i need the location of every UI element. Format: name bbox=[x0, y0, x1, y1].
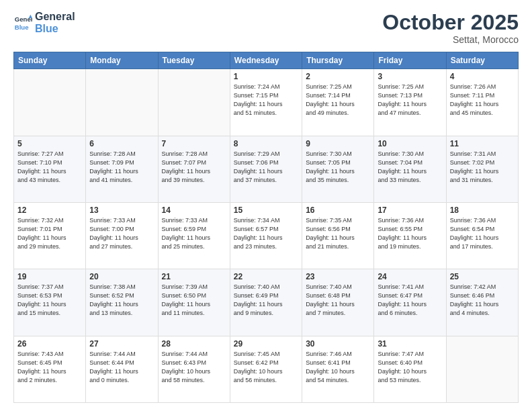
month-title: October 2025 bbox=[382, 11, 519, 34]
day-number: 16 bbox=[306, 205, 370, 215]
col-header-sunday: Sunday bbox=[14, 52, 86, 69]
calendar-cell: 1Sunrise: 7:24 AMSunset: 7:15 PMDaylight… bbox=[230, 69, 302, 136]
day-number: 13 bbox=[89, 205, 154, 215]
cell-details: Sunrise: 7:40 AMSunset: 6:49 PMDaylight:… bbox=[234, 283, 298, 318]
calendar-cell: 16Sunrise: 7:35 AMSunset: 6:56 PMDayligh… bbox=[302, 202, 374, 269]
day-number: 20 bbox=[89, 272, 154, 281]
logo-blue: Blue bbox=[35, 23, 75, 35]
day-number: 7 bbox=[162, 139, 226, 148]
cell-details: Sunrise: 7:43 AMSunset: 6:45 PMDaylight:… bbox=[17, 350, 82, 385]
location-subtitle: Settat, Morocco bbox=[382, 34, 519, 45]
calendar-cell bbox=[14, 69, 86, 136]
day-number: 9 bbox=[306, 139, 370, 148]
cell-details: Sunrise: 7:28 AMSunset: 7:09 PMDaylight:… bbox=[89, 150, 154, 185]
day-number: 8 bbox=[234, 139, 298, 148]
header: General Blue General Blue October 2025 S… bbox=[13, 11, 519, 45]
day-number: 25 bbox=[450, 272, 515, 281]
cell-details: Sunrise: 7:30 AMSunset: 7:04 PMDaylight:… bbox=[378, 150, 442, 185]
calendar-cell: 3Sunrise: 7:25 AMSunset: 7:13 PMDaylight… bbox=[374, 69, 446, 136]
page: General Blue General Blue October 2025 S… bbox=[0, 0, 532, 411]
cell-details: Sunrise: 7:26 AMSunset: 7:11 PMDaylight:… bbox=[450, 83, 515, 118]
cell-details: Sunrise: 7:41 AMSunset: 6:47 PMDaylight:… bbox=[378, 283, 442, 318]
cell-details: Sunrise: 7:39 AMSunset: 6:50 PMDaylight:… bbox=[162, 283, 226, 318]
cell-details: Sunrise: 7:32 AMSunset: 7:01 PMDaylight:… bbox=[17, 216, 82, 251]
day-number: 4 bbox=[450, 72, 515, 81]
day-number: 3 bbox=[378, 72, 442, 81]
calendar-cell bbox=[446, 336, 518, 402]
day-number: 1 bbox=[234, 72, 298, 81]
calendar-cell: 5Sunrise: 7:27 AMSunset: 7:10 PMDaylight… bbox=[14, 136, 86, 202]
cell-details: Sunrise: 7:42 AMSunset: 6:46 PMDaylight:… bbox=[450, 283, 515, 318]
calendar-cell: 23Sunrise: 7:40 AMSunset: 6:48 PMDayligh… bbox=[302, 269, 374, 336]
calendar-cell: 14Sunrise: 7:33 AMSunset: 6:59 PMDayligh… bbox=[158, 202, 230, 269]
calendar-cell bbox=[158, 69, 230, 136]
cell-details: Sunrise: 7:36 AMSunset: 6:55 PMDaylight:… bbox=[378, 216, 442, 251]
cell-details: Sunrise: 7:27 AMSunset: 7:10 PMDaylight:… bbox=[17, 150, 82, 185]
cell-details: Sunrise: 7:47 AMSunset: 6:40 PMDaylight:… bbox=[378, 350, 442, 385]
calendar-cell: 24Sunrise: 7:41 AMSunset: 6:47 PMDayligh… bbox=[374, 269, 446, 336]
day-number: 2 bbox=[306, 72, 370, 81]
calendar-cell: 25Sunrise: 7:42 AMSunset: 6:46 PMDayligh… bbox=[446, 269, 518, 336]
calendar-cell: 28Sunrise: 7:44 AMSunset: 6:43 PMDayligh… bbox=[158, 336, 230, 402]
day-number: 18 bbox=[450, 205, 515, 215]
calendar-cell: 4Sunrise: 7:26 AMSunset: 7:11 PMDaylight… bbox=[446, 69, 518, 136]
calendar-cell: 10Sunrise: 7:30 AMSunset: 7:04 PMDayligh… bbox=[374, 136, 446, 202]
day-number: 28 bbox=[162, 339, 226, 349]
calendar-cell: 6Sunrise: 7:28 AMSunset: 7:09 PMDaylight… bbox=[86, 136, 158, 202]
calendar-cell: 17Sunrise: 7:36 AMSunset: 6:55 PMDayligh… bbox=[374, 202, 446, 269]
cell-details: Sunrise: 7:46 AMSunset: 6:41 PMDaylight:… bbox=[306, 350, 370, 385]
calendar-cell: 27Sunrise: 7:44 AMSunset: 6:44 PMDayligh… bbox=[86, 336, 158, 402]
col-header-wednesday: Wednesday bbox=[230, 52, 302, 69]
day-number: 6 bbox=[89, 139, 154, 148]
col-header-friday: Friday bbox=[374, 52, 446, 69]
day-number: 31 bbox=[378, 339, 442, 349]
calendar-cell: 7Sunrise: 7:28 AMSunset: 7:07 PMDaylight… bbox=[158, 136, 230, 202]
week-row-1: 1Sunrise: 7:24 AMSunset: 7:15 PMDaylight… bbox=[14, 69, 519, 136]
cell-details: Sunrise: 7:36 AMSunset: 6:54 PMDaylight:… bbox=[450, 216, 515, 251]
calendar-cell: 19Sunrise: 7:37 AMSunset: 6:53 PMDayligh… bbox=[14, 269, 86, 336]
week-row-3: 12Sunrise: 7:32 AMSunset: 7:01 PMDayligh… bbox=[14, 202, 519, 269]
col-header-monday: Monday bbox=[86, 52, 158, 69]
calendar-cell: 22Sunrise: 7:40 AMSunset: 6:49 PMDayligh… bbox=[230, 269, 302, 336]
day-number: 29 bbox=[234, 339, 298, 349]
col-header-saturday: Saturday bbox=[446, 52, 518, 69]
day-number: 21 bbox=[162, 272, 226, 281]
header-row: SundayMondayTuesdayWednesdayThursdayFrid… bbox=[14, 52, 519, 69]
title-block: October 2025 Settat, Morocco bbox=[382, 11, 519, 45]
calendar-cell: 31Sunrise: 7:47 AMSunset: 6:40 PMDayligh… bbox=[374, 336, 446, 402]
svg-text:Blue: Blue bbox=[15, 24, 29, 31]
calendar-cell: 18Sunrise: 7:36 AMSunset: 6:54 PMDayligh… bbox=[446, 202, 518, 269]
logo-general: General bbox=[35, 11, 75, 23]
day-number: 12 bbox=[17, 205, 82, 215]
cell-details: Sunrise: 7:29 AMSunset: 7:06 PMDaylight:… bbox=[234, 150, 298, 185]
day-number: 23 bbox=[306, 272, 370, 281]
cell-details: Sunrise: 7:31 AMSunset: 7:02 PMDaylight:… bbox=[450, 150, 515, 185]
calendar-cell: 20Sunrise: 7:38 AMSunset: 6:52 PMDayligh… bbox=[86, 269, 158, 336]
cell-details: Sunrise: 7:25 AMSunset: 7:14 PMDaylight:… bbox=[306, 83, 370, 118]
calendar-cell: 12Sunrise: 7:32 AMSunset: 7:01 PMDayligh… bbox=[14, 202, 86, 269]
calendar-cell: 8Sunrise: 7:29 AMSunset: 7:06 PMDaylight… bbox=[230, 136, 302, 202]
day-number: 22 bbox=[234, 272, 298, 281]
cell-details: Sunrise: 7:44 AMSunset: 6:43 PMDaylight:… bbox=[162, 350, 226, 385]
cell-details: Sunrise: 7:40 AMSunset: 6:48 PMDaylight:… bbox=[306, 283, 370, 318]
col-header-thursday: Thursday bbox=[302, 52, 374, 69]
calendar-cell: 15Sunrise: 7:34 AMSunset: 6:57 PMDayligh… bbox=[230, 202, 302, 269]
logo: General Blue General Blue bbox=[13, 11, 75, 36]
day-number: 30 bbox=[306, 339, 370, 349]
week-row-4: 19Sunrise: 7:37 AMSunset: 6:53 PMDayligh… bbox=[14, 269, 519, 336]
calendar-cell: 29Sunrise: 7:45 AMSunset: 6:42 PMDayligh… bbox=[230, 336, 302, 402]
calendar-table: SundayMondayTuesdayWednesdayThursdayFrid… bbox=[13, 52, 519, 403]
calendar-cell bbox=[86, 69, 158, 136]
calendar-cell: 11Sunrise: 7:31 AMSunset: 7:02 PMDayligh… bbox=[446, 136, 518, 202]
cell-details: Sunrise: 7:25 AMSunset: 7:13 PMDaylight:… bbox=[378, 83, 442, 118]
logo-icon: General Blue bbox=[13, 13, 32, 32]
calendar-cell: 2Sunrise: 7:25 AMSunset: 7:14 PMDaylight… bbox=[302, 69, 374, 136]
day-number: 17 bbox=[378, 205, 442, 215]
cell-details: Sunrise: 7:34 AMSunset: 6:57 PMDaylight:… bbox=[234, 216, 298, 251]
cell-details: Sunrise: 7:45 AMSunset: 6:42 PMDaylight:… bbox=[234, 350, 298, 385]
day-number: 26 bbox=[17, 339, 82, 349]
col-header-tuesday: Tuesday bbox=[158, 52, 230, 69]
cell-details: Sunrise: 7:44 AMSunset: 6:44 PMDaylight:… bbox=[89, 350, 154, 385]
cell-details: Sunrise: 7:33 AMSunset: 7:00 PMDaylight:… bbox=[89, 216, 154, 251]
cell-details: Sunrise: 7:35 AMSunset: 6:56 PMDaylight:… bbox=[306, 216, 370, 251]
